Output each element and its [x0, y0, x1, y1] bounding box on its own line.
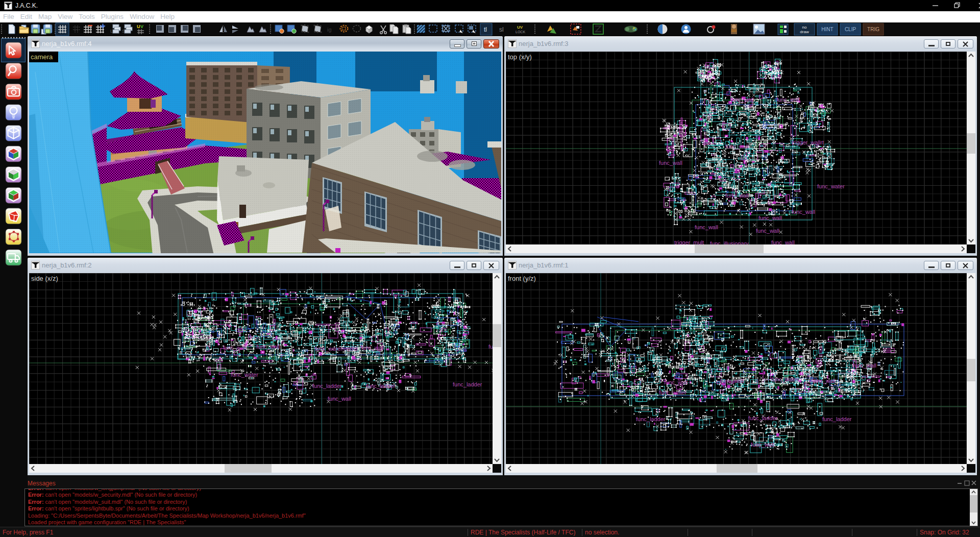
svg-text:func_wall: func_wall: [730, 96, 754, 103]
svg-text:trigger_wallrt: trigger_wallrt: [792, 139, 824, 145]
svg-text:ig: ig: [327, 27, 332, 33]
svg-text:func_wall: func_wall: [725, 143, 749, 150]
svg-text:func_ladder: func_ladder: [312, 383, 342, 389]
svg-text:func_ladder: func_ladder: [822, 416, 852, 422]
svg-text:func_water: func_water: [771, 376, 799, 382]
svg-text:func_wall: func_wall: [695, 224, 718, 230]
svg-text:func_ladder: func_ladder: [748, 415, 778, 421]
svg-text:LOCK: LOCK: [516, 30, 525, 34]
svg-text:func_wall: func_wall: [758, 215, 782, 221]
svg-text:func_wall: func_wall: [853, 362, 876, 369]
svg-text:func_wall: func_wall: [792, 209, 815, 215]
svg-text:func_wall: func_wall: [751, 442, 774, 448]
svg-text:L: L: [110, 29, 113, 34]
svg-text:func_ladder: func_ladder: [366, 383, 396, 389]
svg-text:tl: tl: [484, 26, 487, 33]
svg-text:camera: camera: [31, 53, 53, 61]
svg-text:func_wall: func_wall: [776, 96, 800, 103]
svg-text:func_wall: func_wall: [223, 345, 247, 351]
svg-text:func_watermodel: func_watermodel: [315, 346, 358, 352]
svg-text:trigger_mult: trigger_mult: [674, 239, 704, 245]
svg-text:func_water: func_water: [817, 183, 845, 189]
svg-text:no: no: [802, 25, 807, 30]
svg-text:V: V: [140, 24, 143, 29]
svg-text:sl: sl: [499, 26, 504, 33]
svg-text:func_wall: func_wall: [725, 192, 749, 199]
svg-text:func_wall: func_wall: [659, 160, 682, 166]
svg-text:func_wall: func_wall: [771, 239, 795, 245]
svg-text:CLIP: CLIP: [845, 27, 856, 32]
svg-text:side (x/z): side (x/z): [31, 275, 58, 282]
svg-text:func_illusionary: func_illusionary: [710, 240, 749, 245]
svg-text:U: U: [137, 24, 140, 29]
svg-text:func_wall: func_wall: [720, 378, 744, 384]
svg-text:func_water: func_water: [659, 389, 687, 396]
svg-text:func_wall: func_wall: [664, 379, 688, 385]
svg-text:top (x/y): top (x/y): [508, 53, 532, 61]
svg-text:func_wall: func_wall: [256, 344, 280, 350]
svg-text:func_wall: func_wall: [812, 378, 836, 384]
svg-text:func_ladder: func_ladder: [636, 416, 666, 422]
svg-text:func_wall: func_wall: [328, 396, 351, 402]
svg-text:func_ladder: func_ladder: [453, 381, 482, 387]
svg-text:func_wall: func_wall: [488, 344, 493, 350]
svg-text:func_wall: func_wall: [756, 228, 779, 234]
svg-text:front (y/z): front (y/z): [508, 275, 536, 282]
svg-text:func_wall: func_wall: [361, 345, 384, 351]
svg-text:TRIG: TRIG: [867, 27, 879, 32]
svg-text:draw: draw: [800, 30, 809, 34]
svg-text:HINT: HINT: [821, 27, 833, 32]
svg-text:UV: UV: [517, 25, 523, 30]
svg-text:func_water: func_water: [231, 372, 258, 378]
